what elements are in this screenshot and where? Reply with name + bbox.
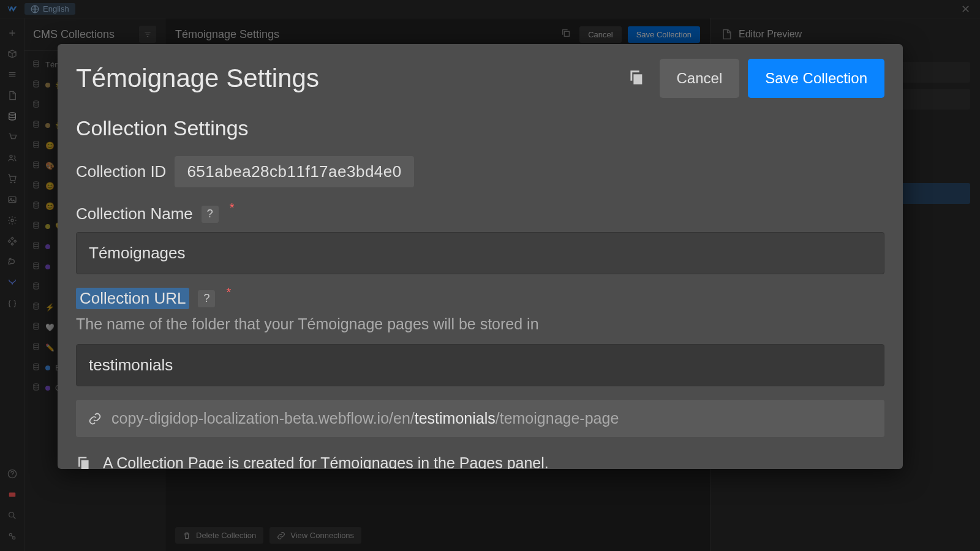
required-indicator: *	[230, 201, 235, 215]
help-icon[interactable]: ?	[202, 206, 219, 223]
help-icon[interactable]: ?	[198, 290, 215, 307]
collection-url-input[interactable]	[76, 344, 884, 386]
modal-title: Témoignage Settings	[76, 64, 622, 93]
modal-save-button[interactable]: Save Collection	[748, 59, 884, 98]
svg-rect-30	[81, 460, 89, 469]
collection-id-value: 651abea28cb11f17ae3bd4e0	[175, 156, 413, 187]
collection-url-description: The name of the folder that your Témoign…	[76, 315, 884, 333]
pages-icon	[76, 455, 92, 470]
link-icon	[88, 412, 102, 425]
required-indicator: *	[226, 285, 231, 299]
modal-cancel-button[interactable]: Cancel	[660, 59, 740, 98]
duplicate-button[interactable]	[622, 62, 651, 94]
url-preview: copy-digidop-localization-beta.webflow.i…	[76, 400, 884, 437]
collection-name-input[interactable]	[76, 232, 884, 274]
svg-rect-29	[633, 74, 642, 84]
settings-modal: Témoignage Settings Cancel Save Collecti…	[58, 44, 903, 469]
collection-name-label: Collection Name	[76, 204, 193, 223]
collection-url-label: Collection URL	[76, 288, 189, 309]
info-page-created: A Collection Page is created for Témoign…	[76, 454, 884, 469]
section-title: Collection Settings	[76, 116, 884, 140]
copy-icon	[628, 69, 645, 86]
collection-id-label: Collection ID	[76, 162, 166, 181]
